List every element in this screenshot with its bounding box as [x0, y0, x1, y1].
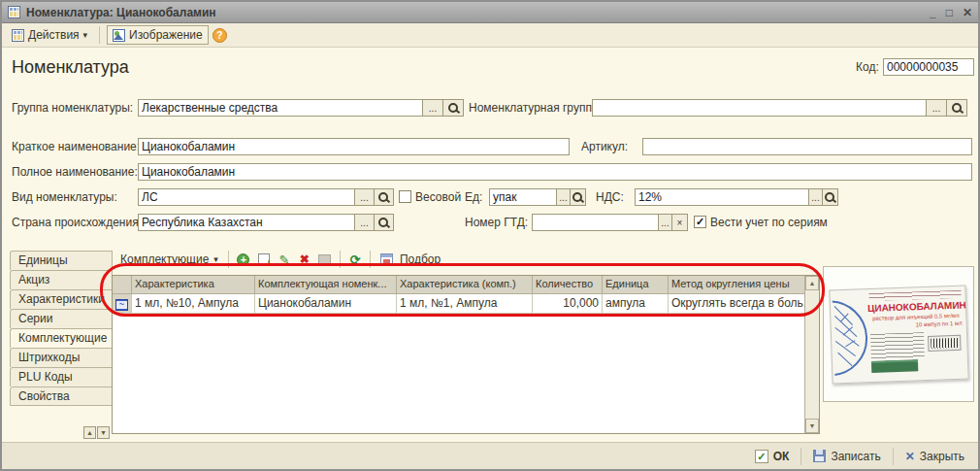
app-icon	[8, 6, 20, 18]
cell-quantity[interactable]: 10,000	[533, 294, 603, 314]
code-field[interactable]	[883, 58, 974, 76]
unit-select-button[interactable]: ...	[556, 188, 571, 206]
country-field[interactable]	[138, 214, 355, 231]
edit-row-button[interactable]: ✎	[276, 251, 293, 268]
series-checkbox[interactable]: ✓	[694, 216, 706, 228]
check-icon: ✓	[696, 217, 704, 227]
gtd-select-button[interactable]: ...	[658, 214, 672, 231]
gtd-field[interactable]	[532, 214, 659, 231]
group-select-button[interactable]: ...	[422, 99, 443, 117]
actions-menu-button[interactable]: Действия ▾	[7, 25, 92, 45]
tab-series[interactable]: Серии	[10, 309, 113, 328]
end-edit-button-disabled	[316, 251, 334, 268]
row-marker-cell: ~	[113, 294, 132, 314]
nomgroup-field[interactable]	[592, 99, 927, 117]
tab-components[interactable]: Комплектующие	[10, 328, 114, 348]
col-unit[interactable]: Единица	[603, 276, 669, 294]
kind-field[interactable]	[138, 188, 355, 206]
components-table: Характеристика Комплектующая номенк... Х…	[112, 275, 820, 434]
vat-select-button[interactable]: ...	[808, 188, 823, 206]
grid-toolbar: Комплектующие ▾ + ✎ ✖ ⟳ Подбор	[116, 249, 444, 270]
magnifier-icon	[447, 102, 460, 115]
tab-plu[interactable]: PLU Коды	[10, 367, 113, 387]
kind-label: Вид номенклатуры:	[12, 188, 117, 206]
gtd-clear-button[interactable]: ×	[671, 214, 688, 231]
pick-button[interactable]: Подбор	[376, 250, 444, 269]
close-icon[interactable]: ✕	[963, 6, 972, 19]
refresh-button[interactable]: ⟳	[346, 251, 364, 268]
col-component-characteristic[interactable]: Характеристика (комп.)	[397, 276, 533, 294]
main-toolbar: Действия ▾ Изображение ?	[2, 23, 978, 48]
cell-unit[interactable]: ампула	[603, 294, 669, 314]
components-menu-button[interactable]: Комплектующие ▾	[116, 250, 222, 269]
col-characteristic[interactable]: Характеристика	[132, 276, 255, 294]
unit-field[interactable]	[489, 188, 557, 206]
ellipsis-icon: ...	[360, 192, 368, 203]
weight-label: Весовой	[415, 188, 461, 206]
copy-icon	[258, 253, 270, 266]
cell-characteristic[interactable]: 1 мл, №10, Ампула	[132, 294, 255, 314]
tab-properties[interactable]: Свойства	[10, 387, 113, 406]
help-icon[interactable]: ?	[212, 28, 227, 43]
table-row[interactable]: ~ 1 мл, №10, Ампула Цианокобаламин 1 мл,…	[113, 294, 819, 314]
vat-label: НДС:	[596, 188, 624, 206]
tab-characteristics[interactable]: Характеристики	[10, 289, 113, 309]
maximize-icon[interactable]: □	[946, 6, 953, 19]
nomgroup-select-button[interactable]: ...	[926, 99, 947, 117]
pick-label: Подбор	[398, 252, 441, 266]
close-label: Закрыть	[920, 450, 964, 463]
package-title: ЦИАНОКОБАЛАМИН	[867, 300, 964, 314]
components-menu-label: Комплектующие	[120, 252, 209, 266]
tab-scroll-down-icon[interactable]: ▼	[97, 426, 110, 439]
tab-scroll-up-icon[interactable]: ▲	[83, 426, 96, 439]
vat-open-button[interactable]	[822, 188, 838, 206]
save-button[interactable]: Записать	[807, 448, 886, 465]
add-row-button[interactable]: +	[235, 251, 252, 268]
group-open-button[interactable]	[442, 99, 464, 117]
copy-row-button[interactable]	[255, 251, 273, 268]
toolbar-separator	[99, 26, 100, 44]
scroll-up-icon[interactable]: ▲	[805, 276, 819, 290]
ellipsis-icon: ...	[661, 218, 669, 228]
short-name-field[interactable]	[138, 138, 570, 155]
cell-rounding[interactable]: Округлять всегда в боль...	[669, 294, 806, 314]
delete-row-button[interactable]: ✖	[296, 251, 313, 268]
scroll-down-icon[interactable]: ▼	[805, 419, 819, 433]
close-button[interactable]: ✕ Закрыть	[899, 448, 970, 465]
package-green-label	[871, 359, 918, 373]
weight-checkbox[interactable]	[399, 190, 411, 203]
col-component[interactable]: Комплектующая номенк...	[255, 276, 397, 294]
cell-component-characteristic[interactable]: 1 мл, №1, Ампула	[397, 294, 533, 314]
chevron-down-icon: ▾	[83, 30, 88, 40]
group-field[interactable]	[138, 99, 423, 117]
ok-button[interactable]: ✓ ОК	[749, 448, 796, 465]
footer-bar: ✓ ОК Записать ✕ Закрыть	[2, 442, 978, 469]
tab-units[interactable]: Единицы	[10, 251, 113, 270]
series-label: Вести учет по сериям	[710, 214, 828, 231]
cell-component[interactable]: Цианокобаламин	[255, 294, 397, 314]
vat-field[interactable]	[635, 188, 809, 206]
side-tabs: Единицы Акциз Характеристики Серии Компл…	[10, 251, 113, 406]
image-label: Изображение	[129, 28, 203, 42]
country-open-button[interactable]	[374, 214, 394, 231]
unit-open-button[interactable]	[570, 188, 586, 206]
ellipsis-icon: ...	[559, 192, 567, 203]
col-quantity[interactable]: Количество	[533, 276, 603, 294]
actions-icon	[12, 29, 24, 42]
minimize-icon[interactable]: _	[930, 6, 936, 19]
tab-barcodes[interactable]: Штрихкоды	[10, 348, 113, 367]
image-button[interactable]: Изображение	[107, 25, 209, 45]
image-icon	[113, 29, 125, 42]
nomgroup-open-button[interactable]	[946, 99, 967, 117]
article-label: Артикул:	[581, 138, 628, 155]
table-vertical-scrollbar[interactable]: ▲ ▼	[804, 276, 819, 433]
chevron-down-icon: ▾	[213, 254, 218, 264]
group-label: Группа номенклатуры:	[12, 99, 133, 117]
full-name-field[interactable]	[138, 163, 972, 181]
kind-open-button[interactable]	[374, 188, 394, 206]
kind-select-button[interactable]: ...	[354, 188, 375, 206]
article-field[interactable]	[642, 138, 972, 155]
tab-excise[interactable]: Акциз	[10, 270, 113, 289]
country-select-button[interactable]: ...	[354, 214, 375, 231]
col-rounding[interactable]: Метод округления цены	[669, 276, 806, 294]
